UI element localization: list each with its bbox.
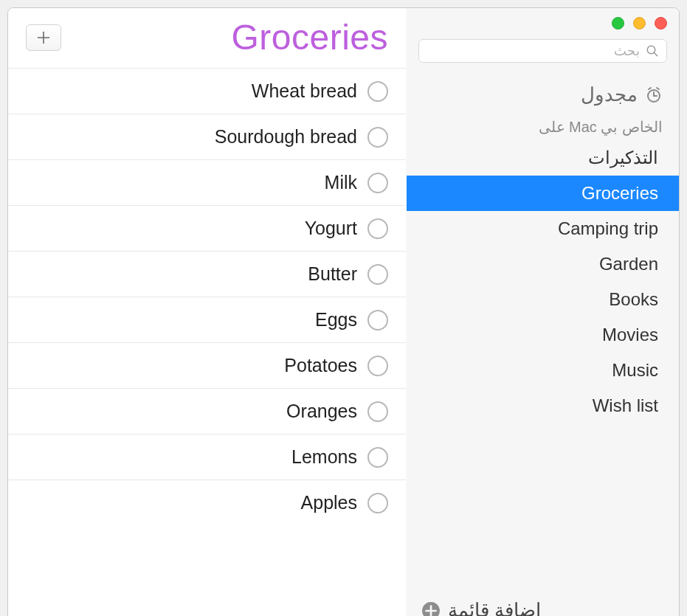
reminder-checkbox[interactable] [367,310,388,331]
reminder-checkbox[interactable] [367,264,388,285]
search-field[interactable] [418,39,667,63]
reminder-row[interactable]: Milk [8,160,406,206]
reminder-row[interactable]: Eggs [8,297,406,343]
app-window: مجدول الخاص بي Mac على التذكيراتGrocerie… [7,7,680,616]
reminder-checkbox[interactable] [367,127,388,148]
add-reminder-button[interactable] [26,24,61,51]
add-list-label: إضافة قائمة [448,599,541,616]
reminder-row[interactable]: Potatoes [8,343,406,389]
reminder-row[interactable]: Apples [8,480,406,525]
maximize-button[interactable] [612,17,624,30]
reminder-checkbox[interactable] [367,401,388,422]
list-nav: التذكيراتGroceriesCamping tripGardenBook… [407,140,679,423]
scheduled-label: مجدول [581,83,638,106]
svg-line-5 [649,88,651,89]
reminder-row[interactable]: Sourdough bread [8,114,406,160]
reminder-checkbox[interactable] [367,447,388,468]
reminder-text: Butter [308,263,357,285]
sidebar-item-label: Garden [599,254,658,274]
reminder-row[interactable]: Butter [8,252,406,297]
account-label: الخاص بي Mac على [407,114,679,140]
reminder-checkbox[interactable] [367,173,388,193]
window-controls [612,17,667,30]
content-pane: Groceries Wheat breadSourdough breadMilk… [8,8,406,616]
sidebar-item-label: Camping trip [558,218,658,238]
svg-line-1 [654,52,657,56]
plus-circle-icon [421,601,441,617]
reminder-checkbox[interactable] [367,356,388,376]
sidebar-item[interactable]: Wish list [407,388,679,423]
close-button[interactable] [655,17,667,30]
reminder-text: Lemons [291,446,357,468]
reminder-row[interactable]: Wheat bread [8,69,406,114]
clock-icon [645,86,663,104]
reminder-text: Wheat bread [252,80,357,102]
reminders-list: Wheat breadSourdough breadMilkYogurtButt… [8,68,406,525]
sidebar-item[interactable]: Camping trip [407,211,679,246]
sidebar-item-label: Music [612,360,658,380]
sidebar-item-label: Books [609,289,658,309]
sidebar-item-label: التذكيرات [588,148,658,167]
reminder-text: Apples [301,492,357,513]
plus-icon [36,30,51,45]
minimize-button[interactable] [633,17,646,30]
add-list-button[interactable]: إضافة قائمة [407,589,679,616]
sidebar-item[interactable]: Groceries [407,176,679,211]
sidebar-item[interactable]: Movies [407,317,679,353]
sidebar: مجدول الخاص بي Mac على التذكيراتGrocerie… [406,8,679,616]
reminder-text: Potatoes [284,355,357,376]
sidebar-item-label: Groceries [581,183,658,203]
search-icon [646,44,659,58]
svg-line-6 [657,88,659,89]
reminder-checkbox[interactable] [367,493,388,513]
list-title: Groceries [231,17,388,58]
sidebar-item[interactable]: Garden [407,246,679,282]
reminder-text: Eggs [315,309,357,331]
scheduled-section[interactable]: مجدول [407,70,679,114]
reminder-checkbox[interactable] [367,218,388,239]
sidebar-item[interactable]: التذكيرات [407,140,679,176]
search-input[interactable] [427,44,640,59]
reminder-row[interactable]: Yogurt [8,206,406,252]
sidebar-item-label: Wish list [593,395,658,415]
reminder-row[interactable]: Oranges [8,389,406,435]
reminder-checkbox[interactable] [367,81,388,102]
reminder-text: Sourdough bread [215,126,357,148]
sidebar-item-label: Movies [602,325,658,345]
reminder-text: Yogurt [305,218,357,239]
reminder-text: Oranges [286,401,357,422]
sidebar-item[interactable]: Music [407,353,679,388]
content-header: Groceries [8,17,406,60]
sidebar-item[interactable]: Books [407,282,679,317]
reminder-row[interactable]: Lemons [8,435,406,480]
reminder-text: Milk [325,172,357,193]
